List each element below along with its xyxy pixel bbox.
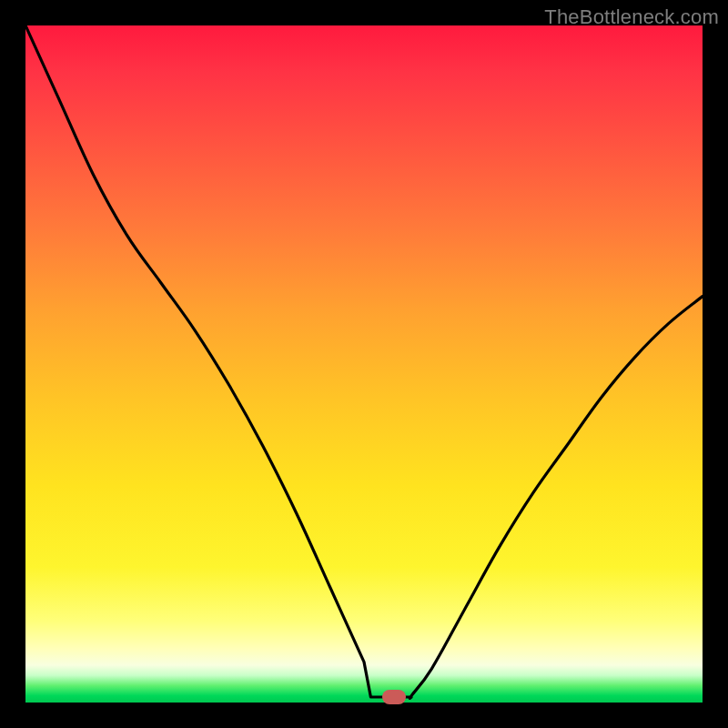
chart-frame: TheBottleneck.com bbox=[0, 0, 728, 728]
curve-path bbox=[25, 25, 703, 698]
optimum-marker bbox=[382, 690, 406, 704]
plot-area bbox=[25, 25, 703, 703]
bottleneck-curve bbox=[25, 25, 703, 703]
